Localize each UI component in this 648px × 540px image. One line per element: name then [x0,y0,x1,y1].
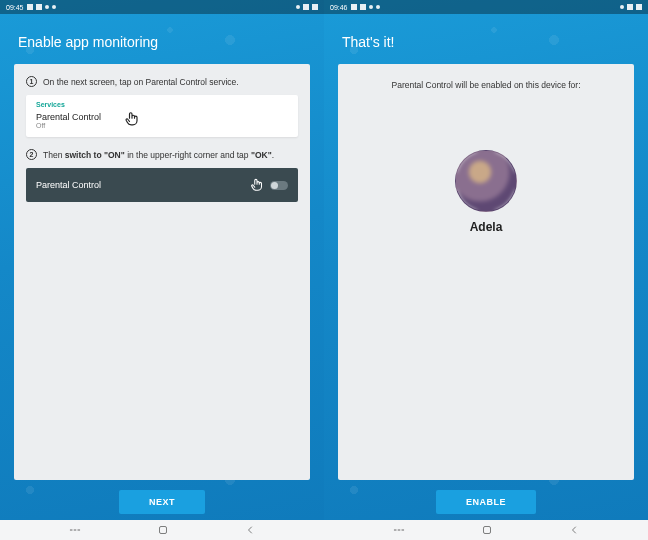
signal-icon [627,4,633,10]
status-clock: 09:46 [330,4,348,11]
footer-actions: NEXT [0,480,324,520]
profile-name: Adela [470,220,503,234]
profile-avatar [455,150,517,212]
enable-button[interactable]: ENABLE [436,490,536,514]
step-number: 1 [26,76,37,87]
status-icon [360,4,366,10]
content-card: Parental Control will be enabled on this… [338,64,634,480]
home-button[interactable] [481,524,493,536]
status-icon [376,5,380,9]
toggle-switch-off [270,181,288,190]
svg-rect-0 [159,527,166,534]
page-header: Enable app monitoring [0,14,324,64]
status-icon [351,4,357,10]
status-icon [36,4,42,10]
status-icon [52,5,56,9]
page-title: That's it! [342,34,630,50]
tap-hand-icon [248,176,266,194]
next-button[interactable]: NEXT [119,490,205,514]
home-button[interactable] [157,524,169,536]
step-text: Then switch to "ON" in the upper-right c… [43,150,274,160]
toggle-label: Parental Control [36,180,101,190]
status-icon [45,5,49,9]
step-1: 1 On the next screen, tap on Parental Co… [26,76,298,87]
back-button[interactable] [568,524,580,536]
screen-enable-monitoring: 09:45 Enable app monitoring 1 On the nex… [0,0,324,540]
service-name: Parental Control [36,112,288,122]
page-title: Enable app monitoring [18,34,306,50]
step-text: On the next screen, tap on Parental Cont… [43,77,239,87]
android-nav-bar [324,520,648,540]
step-2: 2 Then switch to "ON" in the upper-right… [26,149,298,160]
info-text: Parental Control will be enabled on this… [350,80,622,90]
android-nav-bar [0,520,324,540]
status-bar: 09:46 [324,0,648,14]
step-number: 2 [26,149,37,160]
page-header: That's it! [324,14,648,64]
status-icon [27,4,33,10]
profile: Adela [350,150,622,234]
content-card: 1 On the next screen, tap on Parental Co… [14,64,310,480]
svg-rect-1 [483,527,490,534]
recents-button[interactable] [68,523,82,537]
signal-icon [303,4,309,10]
footer-actions: ENABLE [324,480,648,520]
battery-icon [312,4,318,10]
service-state: Off [36,122,288,129]
tap-hand-icon [122,109,142,133]
wifi-icon [296,5,300,9]
status-clock: 09:45 [6,4,24,11]
services-section-label: Services [36,101,288,108]
status-icon [369,5,373,9]
service-example-row: Services Parental Control Off [26,95,298,137]
back-button[interactable] [244,524,256,536]
battery-icon [636,4,642,10]
wifi-icon [620,5,624,9]
status-bar: 09:45 [0,0,324,14]
recents-button[interactable] [392,523,406,537]
screen-thats-it: 09:46 That's it! Parental Control will b… [324,0,648,540]
toggle-example-row: Parental Control [26,168,298,202]
